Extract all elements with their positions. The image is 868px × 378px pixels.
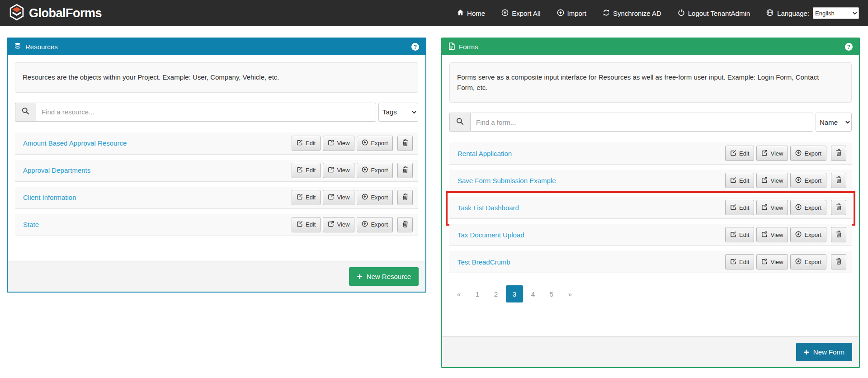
edit-icon bbox=[730, 231, 736, 239]
form-link[interactable]: Tax Document Upload bbox=[458, 231, 524, 239]
export-button[interactable]: Export bbox=[790, 146, 826, 161]
brand-name: GlobalForms bbox=[29, 6, 102, 20]
view-button[interactable]: View bbox=[323, 136, 354, 151]
resources-panel-heading: Resources ? bbox=[8, 38, 425, 55]
form-search-addon bbox=[449, 113, 470, 132]
resource-link[interactable]: State bbox=[23, 221, 39, 228]
view-button[interactable]: View bbox=[323, 190, 354, 205]
resource-link[interactable]: Amount Based Approval Resource bbox=[23, 139, 127, 147]
nav-item-home[interactable]: Home bbox=[457, 9, 485, 17]
nav-item-synchronize-ad[interactable]: Synchronize AD bbox=[603, 9, 661, 18]
form-row: Test BreadCrumb Edit View Export bbox=[449, 251, 852, 273]
view-button[interactable]: View bbox=[756, 173, 788, 188]
view-button[interactable]: View bbox=[756, 146, 788, 161]
nav-item-export-all[interactable]: Export All bbox=[501, 9, 540, 18]
resources-panel: Resources ? Resources are the objects wi… bbox=[7, 38, 426, 293]
form-link[interactable]: Rental Application bbox=[458, 150, 512, 157]
view-button[interactable]: View bbox=[756, 254, 788, 269]
view-button[interactable]: View bbox=[756, 227, 788, 242]
nav-item-import[interactable]: Import bbox=[557, 9, 587, 18]
form-row-actions: Edit View Export bbox=[725, 227, 846, 242]
export-button[interactable]: Export bbox=[357, 136, 393, 151]
resources-panel-footer: + New Resource bbox=[8, 261, 425, 292]
globalforms-logo-icon bbox=[9, 4, 24, 23]
resource-row-actions: Edit View Export bbox=[292, 163, 413, 178]
resource-row: Client Information Edit View Export bbox=[15, 187, 418, 209]
form-search-input[interactable] bbox=[470, 113, 813, 132]
pagination-next[interactable]: » bbox=[561, 285, 579, 302]
form-filter-select[interactable]: Name bbox=[816, 113, 852, 132]
pagination-prev[interactable]: « bbox=[450, 285, 467, 302]
plus-icon: + bbox=[804, 347, 809, 357]
resource-search-input[interactable] bbox=[36, 103, 376, 122]
delete-button[interactable] bbox=[831, 254, 846, 269]
delete-button[interactable] bbox=[397, 136, 413, 151]
resources-help-icon[interactable]: ? bbox=[411, 43, 419, 51]
form-row: Rental Application Edit View Export bbox=[449, 142, 852, 165]
view-icon bbox=[761, 177, 768, 184]
pagination-page-3[interactable]: 3 bbox=[506, 285, 523, 302]
pagination-page-4[interactable]: 4 bbox=[524, 285, 542, 302]
edit-button[interactable]: Edit bbox=[725, 173, 754, 188]
resource-link[interactable]: Client Information bbox=[23, 194, 76, 201]
brand: GlobalForms bbox=[9, 4, 102, 23]
form-link[interactable]: Save Form Submission Example bbox=[458, 177, 556, 184]
resource-search-row: Tags bbox=[15, 103, 418, 122]
view-icon bbox=[761, 204, 768, 212]
delete-button[interactable] bbox=[831, 200, 846, 215]
view-button[interactable]: View bbox=[323, 163, 354, 178]
resource-link[interactable]: Approval Departments bbox=[23, 166, 90, 174]
export-button[interactable]: Export bbox=[790, 254, 826, 269]
edit-button[interactable]: Edit bbox=[292, 136, 321, 151]
edit-icon bbox=[730, 204, 736, 212]
view-button[interactable]: View bbox=[756, 200, 788, 215]
logout-icon bbox=[678, 9, 685, 18]
delete-button[interactable] bbox=[831, 173, 846, 188]
form-link[interactable]: Test BreadCrumb bbox=[458, 258, 510, 266]
plus-icon: + bbox=[357, 272, 362, 281]
resource-search-addon bbox=[15, 103, 36, 122]
view-button[interactable]: View bbox=[323, 217, 354, 232]
form-row-actions: Edit View Export bbox=[725, 173, 846, 188]
pagination-page-1[interactable]: 1 bbox=[469, 285, 486, 302]
forms-panel-footer: + New Form bbox=[442, 336, 859, 367]
forms-help-icon[interactable]: ? bbox=[845, 43, 853, 51]
edit-icon bbox=[297, 139, 303, 147]
database-icon bbox=[14, 43, 21, 51]
export-icon bbox=[362, 221, 368, 228]
nav-item-logout[interactable]: Logout TenantAdmin bbox=[678, 9, 750, 18]
edit-button[interactable]: Edit bbox=[725, 146, 754, 161]
export-button[interactable]: Export bbox=[790, 227, 826, 242]
language-select[interactable]: English bbox=[813, 7, 859, 19]
edit-button[interactable]: Edit bbox=[725, 227, 754, 242]
pagination-page-5[interactable]: 5 bbox=[543, 285, 560, 302]
export-button[interactable]: Export bbox=[357, 163, 393, 178]
home-icon bbox=[457, 9, 464, 17]
resource-filter-select[interactable]: Tags bbox=[378, 103, 418, 122]
delete-button[interactable] bbox=[397, 190, 413, 205]
delete-button[interactable] bbox=[397, 163, 413, 178]
form-row-highlighted: Task List Dashboard Edit View Export bbox=[449, 197, 852, 219]
export-button[interactable]: Export bbox=[357, 190, 393, 205]
edit-button[interactable]: Edit bbox=[292, 217, 321, 232]
resource-list: Amount Based Approval Resource Edit View… bbox=[15, 132, 418, 236]
delete-button[interactable] bbox=[831, 146, 846, 161]
sync-icon bbox=[603, 9, 610, 18]
delete-button[interactable] bbox=[831, 227, 846, 242]
edit-button[interactable]: Edit bbox=[292, 190, 321, 205]
export-icon bbox=[795, 204, 802, 212]
view-icon bbox=[761, 150, 768, 157]
delete-button[interactable] bbox=[397, 217, 413, 232]
export-button[interactable]: Export bbox=[357, 217, 393, 232]
new-form-button[interactable]: + New Form bbox=[796, 343, 852, 361]
export-button[interactable]: Export bbox=[790, 200, 826, 215]
edit-button[interactable]: Edit bbox=[292, 163, 321, 178]
export-icon bbox=[362, 139, 368, 147]
new-resource-button[interactable]: + New Resource bbox=[349, 267, 419, 286]
edit-button[interactable]: Edit bbox=[725, 200, 754, 215]
form-link[interactable]: Task List Dashboard bbox=[458, 204, 519, 212]
pagination-page-2[interactable]: 2 bbox=[487, 285, 505, 302]
export-button[interactable]: Export bbox=[790, 173, 826, 188]
edit-button[interactable]: Edit bbox=[725, 254, 754, 269]
forms-panel: Forms ? Forms serve as a composite input… bbox=[441, 38, 860, 368]
